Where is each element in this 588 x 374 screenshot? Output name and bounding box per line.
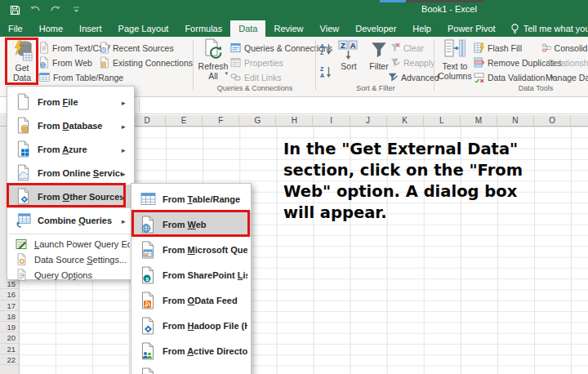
sort-za-button[interactable]: ZA xyxy=(320,65,332,78)
flash-fill-button[interactable]: Flash Fill xyxy=(474,41,522,55)
queries-group-label: Queries & Connections xyxy=(196,84,314,92)
tab-view[interactable]: View xyxy=(312,20,348,37)
clear-filter-button[interactable]: Clear xyxy=(390,41,424,55)
submenu-arrow-icon xyxy=(122,121,130,131)
tell-me-box[interactable]: Tell me what you want to do xyxy=(504,20,588,37)
annotation-text: In the "Get External Data" section, clic… xyxy=(283,139,577,224)
row-header[interactable]: 18 xyxy=(0,311,19,322)
get-data-button[interactable]: Get Data ▾ xyxy=(7,38,38,82)
submenu-item-from-web[interactable]: From Web xyxy=(131,211,251,237)
column-header[interactable]: J xyxy=(350,115,387,126)
customize-qat-icon[interactable] xyxy=(69,3,82,16)
from-web-ribbon-button[interactable]: From Web xyxy=(39,56,92,69)
filter-button[interactable]: Filter xyxy=(365,39,393,71)
advanced-filter-button[interactable]: Advanced xyxy=(387,70,439,84)
menu-item-from-file[interactable]: From File xyxy=(7,90,134,114)
odata-icon xyxy=(140,292,155,309)
submenu-item-from-odata-feed[interactable]: From OData Feed xyxy=(131,287,251,313)
sort-filter-group-label: Sort & Filter xyxy=(318,84,433,92)
tab-page-layout[interactable]: Page Layout xyxy=(110,20,177,37)
menu-item-combine-queries[interactable]: Combine Queries xyxy=(7,208,134,232)
manage-data-model-button[interactable]: Manage Data Model xyxy=(542,70,588,84)
column-header[interactable]: O xyxy=(534,115,571,126)
microsoft-query-icon xyxy=(140,241,155,259)
menu-item-from-online-services[interactable]: From Online Services xyxy=(7,161,134,185)
sharepoint-icon: s xyxy=(140,266,155,284)
queries-connections-button[interactable]: Queries & Connections xyxy=(230,41,332,55)
row-header[interactable]: 16 xyxy=(0,289,19,300)
submenu-item-from-sharepoint-list[interactable]: s From SharePoint List xyxy=(131,262,251,287)
column-header[interactable]: G xyxy=(239,115,276,126)
text-csv-icon xyxy=(39,42,49,54)
data-tools-group-label: Data Tools xyxy=(490,84,581,92)
properties-button[interactable]: Properties xyxy=(230,56,283,69)
column-header[interactable]: H xyxy=(276,115,313,126)
tab-data[interactable]: Data xyxy=(230,20,265,37)
sort-za-icon: ZA xyxy=(320,65,332,78)
text-to-columns-button[interactable]: Text to Columns xyxy=(438,38,472,81)
menu-item-from-other-sources[interactable]: From Other Sources xyxy=(7,185,134,208)
row-header[interactable]: 19 xyxy=(0,322,19,332)
submenu-item-from-active-directory[interactable]: From Active Directory xyxy=(131,338,251,363)
web-icon xyxy=(39,56,49,69)
recent-sources-button[interactable]: Recent Sources xyxy=(100,41,174,55)
menu-item-launch-power-query-editor[interactable]: Launch Power Query Editor... xyxy=(7,236,134,252)
title-bar: Book1 - Excel xyxy=(0,0,588,20)
tab-help[interactable]: Help xyxy=(404,20,439,37)
tab-home[interactable]: Home xyxy=(31,20,71,37)
tab-formulas[interactable]: Formulas xyxy=(176,20,230,37)
existing-connections-button[interactable]: Existing Connections xyxy=(100,56,193,69)
column-header[interactable]: F xyxy=(203,115,239,126)
save-icon[interactable] xyxy=(8,3,21,16)
menu-item-query-options[interactable]: Query Options xyxy=(7,267,134,283)
row-header[interactable]: 22 xyxy=(0,354,19,365)
column-header[interactable]: L xyxy=(424,115,461,126)
redo-icon[interactable] xyxy=(49,3,62,16)
row-header[interactable]: 17 xyxy=(0,301,19,311)
column-header[interactable]: E xyxy=(166,115,203,126)
tab-power-pivot[interactable]: Power Pivot xyxy=(439,20,504,37)
background-window-edge-dark xyxy=(406,0,483,2)
tab-review[interactable]: Review xyxy=(265,20,311,37)
menu-item-from-database[interactable]: From Database xyxy=(7,114,134,137)
web-globe-icon xyxy=(140,216,155,234)
row-headers: 15 16 17 18 19 20 21 22 xyxy=(0,278,19,365)
column-header[interactable]: K xyxy=(387,115,424,126)
relationships-button[interactable]: Relationships xyxy=(542,56,588,69)
sort-button[interactable]: Z A Sort xyxy=(335,39,363,71)
column-header[interactable]: M xyxy=(461,115,497,126)
from-table-range-button[interactable]: From Table/Range xyxy=(39,70,123,84)
edit-links-icon xyxy=(230,72,241,82)
menu-item-from-azure[interactable]: From Azure xyxy=(7,137,134,161)
svg-text:Z: Z xyxy=(341,42,345,50)
submenu-item-from-hadoop-file[interactable]: From Hadoop File (HDFS) xyxy=(131,313,251,338)
submenu-item-from-table-range[interactable]: From Table/Range xyxy=(131,186,251,211)
tab-file[interactable]: File xyxy=(0,20,31,37)
lightbulb-icon xyxy=(510,24,519,34)
background-window-edge-blue xyxy=(380,0,406,2)
menu-item-data-source-settings[interactable]: Data Source Settings... xyxy=(7,252,134,267)
submenu-arrow-icon xyxy=(122,168,130,178)
sort-az-button[interactable]: AZ xyxy=(320,42,332,56)
text-to-columns-icon xyxy=(444,38,466,60)
undo-icon[interactable] xyxy=(29,3,42,16)
column-header[interactable]: N xyxy=(497,115,534,126)
group-divider xyxy=(434,40,434,91)
row-header[interactable]: 21 xyxy=(0,344,19,354)
edit-links-button[interactable]: Edit Links xyxy=(230,70,282,84)
consolidate-button[interactable]: Consolidate xyxy=(542,41,588,55)
reapply-filter-icon xyxy=(390,57,400,68)
svg-text:A: A xyxy=(320,43,324,49)
submenu-item-partial[interactable] xyxy=(131,363,251,374)
tab-insert[interactable]: Insert xyxy=(71,20,110,37)
submenu-item-from-microsoft-query[interactable]: From Microsoft Query xyxy=(131,237,251,262)
column-header[interactable]: I xyxy=(313,115,350,126)
queries-connections-icon xyxy=(230,42,241,53)
tab-developer[interactable]: Developer xyxy=(347,20,404,37)
reapply-filter-button[interactable]: Reapply xyxy=(390,56,435,69)
active-directory-icon xyxy=(140,342,155,360)
refresh-all-button[interactable]: Refresh All ▾ xyxy=(197,38,229,81)
consolidate-icon xyxy=(542,42,551,53)
properties-icon xyxy=(230,57,241,68)
row-header[interactable]: 20 xyxy=(0,332,19,343)
